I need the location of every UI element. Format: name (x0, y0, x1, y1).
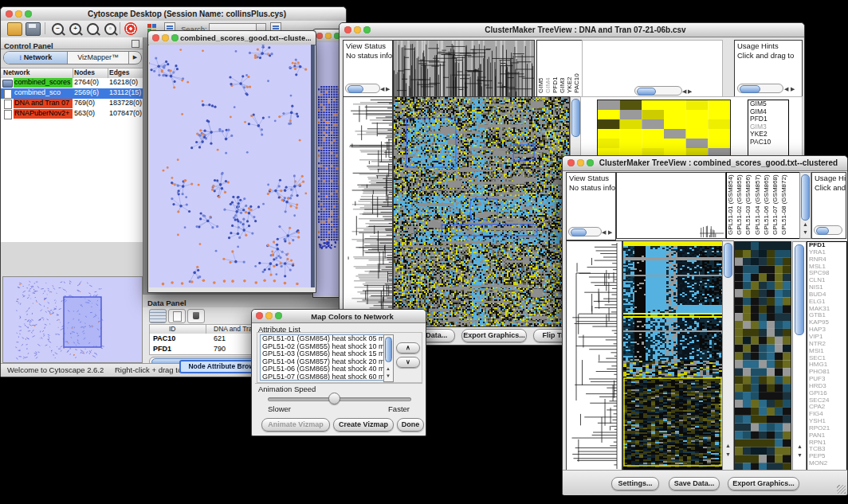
zoom-selected-icon[interactable] (87, 23, 99, 35)
control-panel: Control Panel ⁝ Network VizMapper™ ▶ Net… (1, 37, 143, 363)
treeview2-window: ClusterMaker TreeView : combined_scores_… (562, 155, 848, 495)
tv2-col-label[interactable]: GPL51-01 (GSM854) (727, 173, 736, 235)
minimize-icon[interactable] (354, 26, 361, 33)
resize-grip[interactable] (837, 485, 846, 494)
tv2-column-dendrogram[interactable] (616, 172, 726, 239)
zoom-fit-icon[interactable]: ▫ (104, 23, 116, 35)
network-row[interactable]: DNA and Tran 07769(0)183728(0) (1, 99, 143, 109)
close-icon[interactable] (6, 10, 13, 18)
network1-canvas[interactable] (149, 45, 311, 287)
desktop-titlebar[interactable]: Cytoscape Desktop (Session Name: collins… (1, 7, 346, 21)
move-down-button[interactable]: ∨ (396, 357, 420, 368)
close-icon[interactable] (256, 312, 263, 319)
network-row[interactable]: RNAPuberNov2+563(0)107847(0) (1, 109, 143, 119)
tv2-hints-hscrollbar[interactable] (814, 225, 842, 235)
table-view-icon[interactable] (149, 309, 167, 323)
tv1-col-label[interactable]: GIM3 (559, 41, 566, 93)
tv1-col-label[interactable]: PFD1 (552, 41, 559, 93)
tab-vizmapper[interactable]: VizMapper™ (68, 52, 128, 64)
close-icon[interactable] (567, 159, 575, 166)
treeview1-titlebar[interactable]: ClusterMaker TreeView : DNA and Tran 07-… (340, 23, 804, 37)
tv2-col-label[interactable]: GPL51-04 (GSM857) (754, 173, 763, 235)
tv2-export-graphics-button[interactable]: Export Graphics... (728, 477, 799, 490)
network-edges: 183728(0) (109, 99, 143, 107)
status-welcome: Welcome to Cytoscape 2.6.2 (7, 364, 104, 376)
tv1-status-hscrollbar[interactable] (345, 84, 380, 93)
tv1-heatmap[interactable] (393, 96, 570, 327)
zoom-window-icon[interactable] (587, 159, 594, 166)
tv1-hints-hscrollbar[interactable] (737, 84, 783, 93)
new-attribute-icon[interactable] (168, 309, 186, 323)
zoom-in-icon[interactable]: + (69, 23, 81, 35)
tv1-col-label[interactable]: YKE2 (566, 41, 573, 93)
tv1-col-label[interactable]: GIM5 (537, 41, 544, 93)
help-icon[interactable] (124, 22, 137, 35)
delete-attribute-icon[interactable] (187, 309, 205, 323)
network-row[interactable]: combined_scores2764(0)16218(0) (1, 78, 143, 88)
tv1-gene-label[interactable]: PAC10 (748, 139, 788, 147)
tab-network[interactable]: ⁝ Network (4, 52, 68, 64)
close-icon[interactable] (344, 26, 351, 33)
tv2-col-label[interactable]: GPL51-03 (GSM856) (744, 173, 753, 235)
open-file-icon[interactable] (7, 22, 22, 36)
network-row[interactable]: combined_sco2569(6)13112(15) (1, 88, 143, 99)
tv2-zoom-heatmap[interactable] (734, 241, 791, 471)
float-panel-icon[interactable] (132, 40, 139, 48)
col-nodes[interactable]: Nodes (74, 68, 95, 77)
close-icon[interactable] (152, 34, 159, 41)
attribute-list-scrollbar[interactable]: ▲ ▼ (383, 334, 394, 382)
attribute-item[interactable]: GPL51-07 (GSM868) heat shock 60 min (261, 373, 384, 381)
tv1-row-dendrogram[interactable] (343, 96, 393, 327)
close-icon[interactable] (316, 33, 323, 39)
tv2-save-data-button[interactable]: Save Data... (669, 477, 720, 490)
create-vizmap-button[interactable]: Create Vizmap (333, 418, 394, 432)
slider-thumb[interactable] (328, 393, 340, 404)
minimize-icon[interactable] (325, 33, 332, 39)
network1-titlebar[interactable]: combined_scores_good.txt--cluste... (148, 31, 316, 45)
minimize-icon[interactable] (162, 34, 169, 41)
col-network[interactable]: Network (3, 68, 30, 77)
tv2-vscrollbar[interactable]: ▲ ▼ (722, 240, 734, 471)
zoom-out-icon[interactable]: − (52, 23, 64, 35)
tv1-usage-hints: Usage Hints Click and drag to ◀ ▶ (734, 40, 803, 97)
tv1-zoom-hscrollbar[interactable] (634, 86, 682, 96)
window-title: Cytoscape Desktop (Session Name: collins… (33, 10, 341, 18)
id-header[interactable]: ID (169, 325, 176, 334)
tv1-col-label[interactable]: GIM4 (544, 41, 552, 93)
tv2-labels-scrollbar[interactable]: ▲ ▼ (792, 241, 807, 471)
tv2-col-label[interactable]: GPL51-07 (GSM868) (771, 173, 780, 235)
tv1-export-graphics-button[interactable]: Export Graphics... (461, 329, 527, 342)
tv2-status-hscrollbar[interactable] (568, 227, 602, 236)
col-edges[interactable]: Edges (109, 68, 130, 77)
tv2-col-label[interactable]: GPL51-06 (GSM865) (763, 173, 771, 235)
animate-vizmap-button[interactable]: Animate Vizmap (261, 418, 330, 432)
doc-icon (4, 89, 12, 99)
network-name: combined_scores (14, 78, 73, 88)
network-edges: 16218(0) (109, 78, 143, 86)
tv1-column-dendrogram[interactable] (393, 40, 535, 97)
network-overview-canvas[interactable] (2, 276, 143, 363)
move-up-button[interactable]: ∧ (396, 342, 420, 354)
done-button[interactable]: Done (397, 418, 424, 432)
minimize-icon[interactable] (15, 10, 22, 18)
dialog-titlebar[interactable]: Map Colors to Network (252, 310, 426, 323)
tv2-gene-label[interactable]: MON2 (807, 460, 846, 467)
network1-scrollbar[interactable] (311, 45, 315, 287)
attribute-list[interactable]: GPL51-01 (GSM854) heat shock 05 minGPL51… (260, 334, 385, 381)
tv2-top-vscrollbar[interactable]: ▲ ▼ (799, 172, 811, 239)
tv2-row-dendrogram[interactable] (566, 240, 622, 471)
minimize-icon[interactable] (577, 159, 584, 166)
tv2-heatmap[interactable] (622, 240, 724, 471)
tabs-overflow-icon[interactable]: ▶ (128, 52, 141, 64)
zoom-window-icon[interactable] (275, 312, 282, 319)
minimize-icon[interactable] (265, 312, 273, 319)
tv2-col-label[interactable]: GPL51-08 (GSM872) (780, 173, 789, 235)
zoom-window-icon[interactable] (25, 10, 32, 18)
zoom-window-icon[interactable] (171, 34, 179, 41)
tv2-settings-button[interactable]: Settings... (611, 477, 659, 490)
tv1-col-label[interactable]: PAC10 (573, 41, 580, 93)
save-icon[interactable] (26, 22, 41, 36)
treeview2-titlebar[interactable]: ClusterMaker TreeView : combined_scores_… (563, 156, 847, 171)
tv2-col-label[interactable]: GPL51-02 (GSM855) (736, 173, 744, 235)
zoom-window-icon[interactable] (363, 26, 371, 33)
